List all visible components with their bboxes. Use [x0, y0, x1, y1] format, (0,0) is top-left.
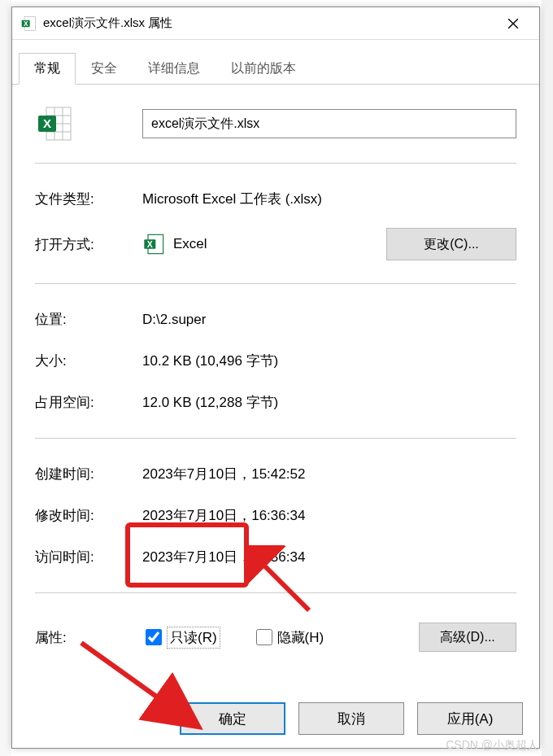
readonly-wrap: 只读(R)	[142, 627, 220, 649]
size-label: 大小:	[35, 352, 142, 370]
watermark-text: CSDN @小奥超人	[446, 738, 538, 753]
divider-2	[35, 283, 516, 284]
background-left-strip	[0, 0, 11, 756]
readonly-checkbox[interactable]	[146, 629, 162, 645]
titlebar: X excel演示文件.xlsx 属性	[12, 7, 539, 40]
svg-text:X: X	[43, 116, 51, 130]
properties-dialog: X excel演示文件.xlsx 属性 常规 安全 详细信息 以前的版本	[11, 7, 540, 749]
divider-1	[35, 163, 516, 164]
modified-row: 修改时间: 2023年7月10日，16:36:34	[35, 495, 516, 536]
file-header-row: X	[35, 104, 516, 143]
created-value: 2023年7月10日，15:42:52	[142, 465, 516, 483]
attributes-row: 属性: 只读(R) 隐藏(H) 高级(D)...	[35, 608, 516, 666]
dialog-footer: 确定 取消 应用(A)	[180, 702, 523, 735]
background-right-strip	[542, 0, 553, 756]
openwith-value: Excel	[173, 236, 386, 252]
size-value: 10.2 KB (10,496 字节)	[142, 352, 516, 370]
tab-strip: 常规 安全 详细信息 以前的版本	[12, 40, 539, 85]
hidden-wrap: 隐藏(H)	[253, 627, 324, 648]
ok-button[interactable]: 确定	[180, 702, 285, 735]
modified-label: 修改时间:	[35, 506, 142, 525]
openwith-row: 打开方式: X Excel 更改(C)...	[35, 220, 516, 269]
openwith-label: 打开方式:	[35, 235, 142, 254]
filetype-label: 文件类型:	[35, 190, 142, 208]
sizeondisk-row: 占用空间: 12.0 KB (12,288 字节)	[35, 382, 516, 423]
readonly-label[interactable]: 只读(R)	[167, 627, 220, 649]
attributes-label: 属性:	[35, 628, 142, 647]
sizeondisk-label: 占用空间:	[35, 393, 142, 412]
hidden-checkbox[interactable]	[256, 629, 272, 645]
svg-text:X: X	[147, 239, 153, 249]
accessed-label: 访问时间:	[35, 548, 142, 566]
sizeondisk-value: 12.0 KB (12,288 字节)	[142, 393, 516, 412]
tab-general[interactable]: 常规	[19, 53, 76, 85]
filename-input[interactable]	[142, 109, 516, 138]
svg-text:X: X	[24, 19, 28, 27]
excel-large-icon: X	[35, 104, 74, 143]
size-row: 大小: 10.2 KB (10,496 字节)	[35, 340, 516, 382]
window-title: excel演示文件.xlsx 属性	[43, 15, 495, 31]
filetype-row: 文件类型: Microsoft Excel 工作表 (.xlsx)	[35, 178, 516, 220]
created-row: 创建时间: 2023年7月10日，15:42:52	[35, 453, 516, 495]
modified-value: 2023年7月10日，16:36:34	[142, 506, 516, 525]
excel-file-icon: X	[20, 15, 37, 32]
excel-app-icon: X	[142, 233, 165, 256]
location-label: 位置:	[35, 310, 142, 329]
cancel-button[interactable]: 取消	[298, 702, 404, 735]
created-label: 创建时间:	[35, 465, 142, 483]
location-row: 位置: D:\2.super	[35, 299, 516, 340]
general-panel: X 文件类型: Microsoft Excel 工作表 (.xlsx) 打开方式…	[12, 85, 539, 666]
location-value: D:\2.super	[142, 312, 516, 328]
apply-button[interactable]: 应用(A)	[417, 702, 523, 735]
divider-3	[35, 438, 516, 439]
accessed-value: 2023年7月10日，16:36:34	[142, 548, 516, 566]
tab-details[interactable]: 详细信息	[133, 53, 216, 85]
advanced-button[interactable]: 高级(D)...	[419, 623, 516, 652]
accessed-row: 访问时间: 2023年7月10日，16:36:34	[35, 536, 516, 578]
divider-4	[35, 592, 516, 593]
close-icon	[507, 18, 519, 29]
close-button[interactable]	[495, 11, 531, 37]
tab-previous-versions[interactable]: 以前的版本	[216, 53, 311, 85]
change-button[interactable]: 更改(C)...	[386, 228, 516, 260]
filetype-value: Microsoft Excel 工作表 (.xlsx)	[142, 190, 516, 208]
hidden-label[interactable]: 隐藏(H)	[277, 628, 324, 647]
tab-security[interactable]: 安全	[76, 53, 133, 85]
